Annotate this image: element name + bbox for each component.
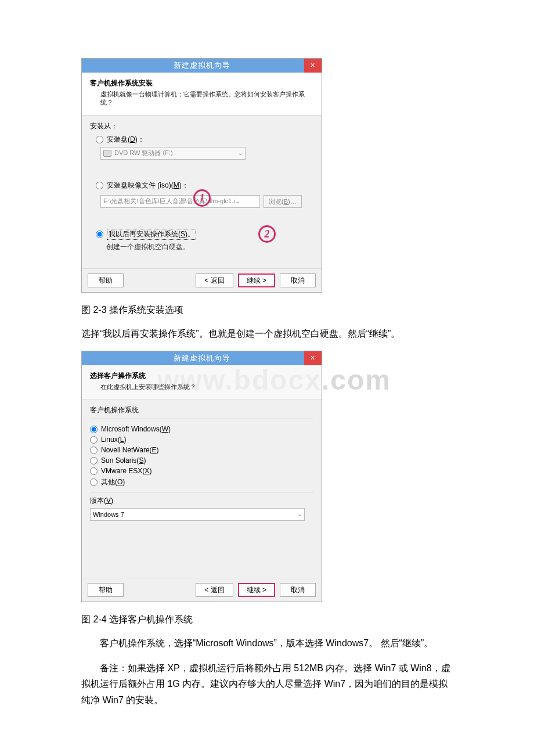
title-text: 新建虚拟机向导 bbox=[174, 61, 230, 70]
close-icon[interactable]: × bbox=[304, 59, 322, 73]
stamp-1: 1 bbox=[193, 189, 211, 207]
radio-install-disc[interactable]: 安装盘(D)： bbox=[96, 135, 313, 145]
radio-iso-input[interactable] bbox=[96, 182, 103, 189]
radio-disc-label: 安装盘(D)： bbox=[107, 135, 145, 145]
back-button[interactable]: < 返回 bbox=[196, 273, 233, 287]
radio-os-windows[interactable]: Microsoft Windows(W) bbox=[90, 425, 313, 433]
header-subtitle: 虚拟机就像一台物理计算机；它需要操作系统。您将如何安装客户操作系统？ bbox=[100, 90, 313, 107]
radio-later-label: 我以后再安装操作系统(S)。 bbox=[107, 229, 196, 240]
iso-line: E:\光盘相关\音色库\巨人音源\音色库\dlm-glc1.i ⌄ 浏览(B)…… bbox=[90, 193, 313, 210]
title-text: 新建虚拟机向导 bbox=[174, 354, 230, 362]
help-button[interactable]: 帮助 bbox=[88, 273, 124, 287]
radio-input[interactable] bbox=[90, 478, 98, 486]
paragraph-choose-windows: 客户机操作系统，选择“Microsoft Windows”，版本选择 Windo… bbox=[81, 635, 453, 651]
radio-os-linux[interactable]: Linux(L) bbox=[90, 435, 313, 444]
os-label: VMware ESX(X) bbox=[101, 467, 151, 475]
cancel-button[interactable]: 取消 bbox=[280, 583, 316, 597]
next-button[interactable]: 继续 > bbox=[238, 273, 275, 287]
back-button[interactable]: < 返回 bbox=[196, 583, 233, 597]
version-label: 版本(V) bbox=[90, 492, 313, 506]
button-bar: 帮助 < 返回 继续 > 取消 bbox=[82, 268, 322, 292]
header-title: 客户机操作系统安装 bbox=[90, 78, 313, 88]
figure-caption-2-3: 图 2-3 操作系统安装选项 bbox=[81, 304, 453, 316]
figure-caption-2-4: 图 2-4 选择客户机操作系统 bbox=[81, 614, 453, 626]
radio-later-input[interactable] bbox=[96, 231, 103, 238]
radio-os-netware[interactable]: Novell NetWare(E) bbox=[90, 446, 313, 454]
version-value: Windows 7 bbox=[93, 511, 124, 518]
os-label: Microsoft Windows(W) bbox=[101, 425, 171, 433]
button-bar: 帮助 < 返回 继续 > 取消 bbox=[82, 578, 322, 602]
titlebar: 新建虚拟机向导 × bbox=[82, 351, 322, 365]
os-label: Novell NetWare(E) bbox=[101, 446, 159, 454]
chevron-down-icon: ⌄ bbox=[297, 511, 302, 517]
os-group: Microsoft Windows(W) Linux(L) Novell Net… bbox=[90, 419, 313, 487]
browse-button[interactable]: 浏览(B)… bbox=[264, 195, 302, 208]
radio-input[interactable] bbox=[90, 426, 98, 433]
radio-iso-label: 安装盘映像文件 (iso)(M)： bbox=[107, 181, 189, 190]
help-button[interactable]: 帮助 bbox=[88, 583, 124, 597]
iso-path-combo[interactable]: E:\光盘相关\音色库\巨人音源\音色库\dlm-glc1.i ⌄ bbox=[100, 195, 260, 208]
radio-install-iso[interactable]: 安装盘映像文件 (iso)(M)： bbox=[96, 181, 313, 190]
guest-os-label: 客户机操作系统 bbox=[90, 405, 313, 415]
chevron-down-icon: ⌄ bbox=[235, 197, 240, 205]
close-icon[interactable]: × bbox=[304, 351, 322, 365]
radio-disc-input[interactable] bbox=[96, 136, 103, 143]
drive-label: DVD RW 驱动器 (F:) bbox=[114, 149, 173, 157]
drive-icon bbox=[103, 150, 111, 157]
radio-input[interactable] bbox=[90, 457, 98, 465]
radio-install-later[interactable]: 我以后再安装操作系统(S)。 2 bbox=[96, 229, 313, 240]
later-hint: 创建一个虚拟机空白硬盘。 bbox=[106, 242, 313, 252]
chevron-down-icon: ⌄ bbox=[238, 150, 243, 156]
dialog-body: 客户机操作系统 Microsoft Windows(W) Linux(L) No… bbox=[82, 399, 322, 578]
radio-input[interactable] bbox=[90, 436, 98, 444]
iso-path-text: E:\光盘相关\音色库\巨人音源\音色库\dlm-glc1.i bbox=[103, 197, 235, 206]
version-combo[interactable]: Windows 7 ⌄ bbox=[90, 508, 305, 521]
dialog-select-os: www.bdocx.com 新建虚拟机向导 × 选择客户操作系统 在此虚拟机上安… bbox=[81, 351, 322, 602]
radio-input[interactable] bbox=[90, 467, 98, 475]
os-label: 其他(O) bbox=[101, 477, 125, 487]
paragraph-choose-later: 选择“我以后再安装操作系统”。也就是创建一个虚拟机空白硬盘。然后“继续”。 bbox=[81, 326, 453, 341]
titlebar: 新建虚拟机向导 × bbox=[82, 59, 322, 73]
stamp-2: 2 bbox=[258, 225, 276, 243]
os-label: Sun Solaris(S) bbox=[101, 456, 146, 465]
dialog-header: 选择客户操作系统 在此虚拟机上安装哪些操作系统？ bbox=[82, 365, 322, 399]
dialog-body: 安装从： 安装盘(D)： DVD RW 驱动器 (F:) ⌄ 安装盘映像文件 (… bbox=[82, 116, 322, 268]
radio-input[interactable] bbox=[90, 447, 98, 454]
header-title: 选择客户操作系统 bbox=[90, 371, 313, 381]
cancel-button[interactable]: 取消 bbox=[280, 273, 316, 287]
dialog-install-options: 新建虚拟机向导 × 客户机操作系统安装 虚拟机就像一台物理计算机；它需要操作系统… bbox=[81, 58, 322, 293]
next-button[interactable]: 继续 > bbox=[238, 583, 275, 597]
header-subtitle: 在此虚拟机上安装哪些操作系统？ bbox=[100, 383, 313, 391]
drive-combo[interactable]: DVD RW 驱动器 (F:) ⌄ bbox=[100, 147, 246, 160]
os-label: Linux(L) bbox=[101, 435, 126, 444]
paragraph-note: 备注：如果选择 XP，虚拟机运行后将额外占用 512MB 内存。选择 Win7 … bbox=[81, 660, 453, 708]
dialog-header: 客户机操作系统安装 虚拟机就像一台物理计算机；它需要操作系统。您将如何安装客户操… bbox=[82, 73, 322, 116]
install-from-label: 安装从： bbox=[90, 121, 313, 131]
radio-os-solaris[interactable]: Sun Solaris(S) bbox=[90, 456, 313, 465]
radio-os-other[interactable]: 其他(O) bbox=[90, 477, 313, 487]
radio-os-esx[interactable]: VMware ESX(X) bbox=[90, 467, 313, 475]
